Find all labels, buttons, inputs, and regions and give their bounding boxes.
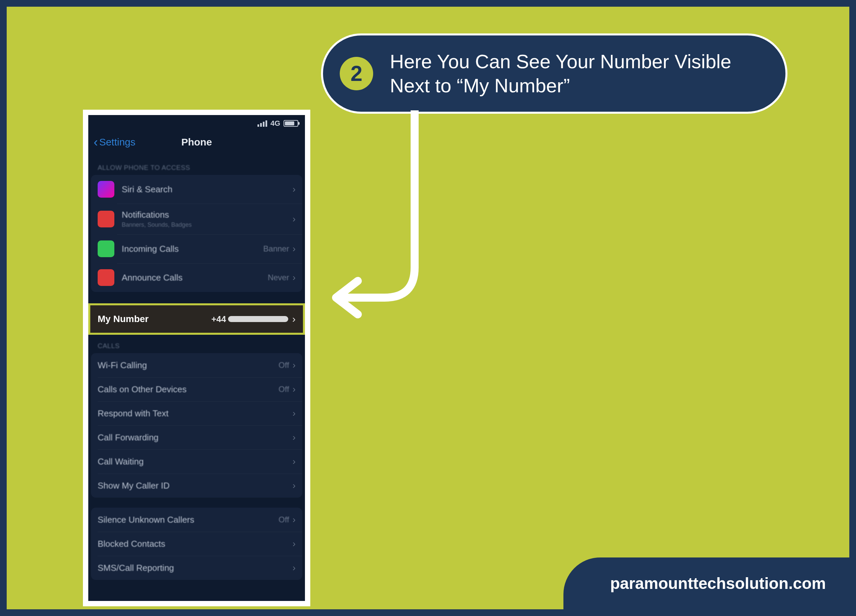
my-number-row[interactable]: My Number +44 › [88, 303, 305, 335]
settings-row[interactable]: NotificationsBanners, Sounds, Badges› [91, 204, 302, 234]
row-label: Show My Caller ID [98, 480, 293, 491]
row-label: Siri & Search [122, 184, 293, 195]
row-label: Silence Unknown Callers [98, 515, 279, 525]
settings-row[interactable]: Silence Unknown CallersOff› [91, 508, 302, 532]
chevron-right-icon: › [293, 432, 296, 443]
row-value: Off [279, 360, 289, 370]
chevron-right-icon: › [293, 408, 296, 419]
row-value: Banner [263, 244, 289, 254]
row-value: Never [268, 273, 289, 282]
callout-text: Here You Can See Your Number Visible Nex… [390, 49, 769, 98]
battery-icon [283, 120, 298, 127]
row-label: Wi-Fi Calling [98, 360, 279, 371]
my-number-label: My Number [98, 314, 211, 324]
chevron-right-icon: › [293, 562, 296, 573]
page-title: Phone [181, 136, 212, 148]
settings-row[interactable]: Wi-Fi CallingOff› [91, 353, 302, 377]
phone-screen: 4G ‹ Settings Phone ALLOW PHONE TO ACCES… [88, 115, 305, 601]
group-other: Silence Unknown CallersOff›Blocked Conta… [91, 508, 302, 580]
chevron-right-icon: › [293, 360, 296, 371]
row-label: Announce Calls [122, 273, 268, 283]
settings-row[interactable]: Blocked Contacts› [91, 532, 302, 556]
row-label: Respond with Text [98, 408, 293, 419]
settings-row[interactable]: Call Forwarding› [91, 425, 302, 450]
redacted-number [228, 316, 288, 322]
chevron-right-icon: › [292, 313, 296, 325]
back-button[interactable]: ‹ Settings [94, 136, 135, 148]
group-access: Siri & Search›NotificationsBanners, Soun… [91, 175, 302, 292]
row-icon [98, 240, 114, 257]
settings-row[interactable]: Siri & Search› [91, 175, 302, 204]
settings-row[interactable]: Announce CallsNever› [91, 263, 302, 292]
row-label: Notifications [122, 210, 293, 220]
row-label: Incoming Calls [122, 244, 263, 254]
row-sublabel: Banners, Sounds, Badges [122, 222, 293, 228]
chevron-right-icon: › [293, 214, 296, 225]
footer-url: paramounttechsolution.com [563, 557, 849, 609]
settings-row[interactable]: Show My Caller ID› [91, 474, 302, 497]
settings-row[interactable]: Incoming CallsBanner› [91, 234, 302, 263]
row-icon [98, 211, 114, 227]
settings-row[interactable]: SMS/Call Reporting› [91, 556, 302, 580]
row-label: Blocked Contacts [98, 539, 293, 549]
chevron-right-icon: › [293, 480, 296, 491]
settings-row[interactable]: Calls on Other DevicesOff› [91, 377, 302, 401]
callout-arrow [318, 110, 438, 324]
row-icon [98, 181, 114, 198]
phone-mockup: 4G ‹ Settings Phone ALLOW PHONE TO ACCES… [83, 110, 310, 606]
back-label: Settings [99, 136, 135, 148]
signal-icon [257, 120, 267, 127]
chevron-right-icon: › [293, 384, 296, 394]
section-header-access: ALLOW PHONE TO ACCESS [88, 157, 305, 175]
status-bar: 4G [88, 115, 305, 130]
chevron-right-icon: › [293, 184, 296, 195]
nav-bar: ‹ Settings Phone [88, 130, 305, 157]
my-number-value: +44 [211, 314, 288, 324]
step-badge: 2 [340, 57, 373, 90]
tutorial-frame: 4G ‹ Settings Phone ALLOW PHONE TO ACCES… [7, 7, 849, 609]
row-label: SMS/Call Reporting [98, 563, 293, 573]
group-calls: Wi-Fi CallingOff›Calls on Other DevicesO… [91, 353, 302, 497]
row-label: Call Waiting [98, 456, 293, 467]
row-label: Calls on Other Devices [98, 384, 279, 394]
chevron-right-icon: › [293, 243, 296, 254]
settings-row[interactable]: Call Waiting› [91, 450, 302, 474]
chevron-right-icon: › [293, 272, 296, 283]
row-value: Off [279, 515, 289, 524]
chevron-right-icon: › [293, 538, 296, 549]
instruction-callout: 2 Here You Can See Your Number Visible N… [321, 34, 787, 114]
chevron-right-icon: › [293, 456, 296, 467]
network-label: 4G [271, 119, 280, 128]
settings-row[interactable]: Respond with Text› [91, 401, 302, 425]
chevron-left-icon: ‹ [94, 136, 98, 148]
chevron-right-icon: › [293, 514, 296, 525]
section-header-calls: CALLS [88, 335, 305, 353]
row-icon [98, 269, 114, 286]
row-label: Call Forwarding [98, 433, 293, 443]
row-value: Off [279, 385, 289, 394]
